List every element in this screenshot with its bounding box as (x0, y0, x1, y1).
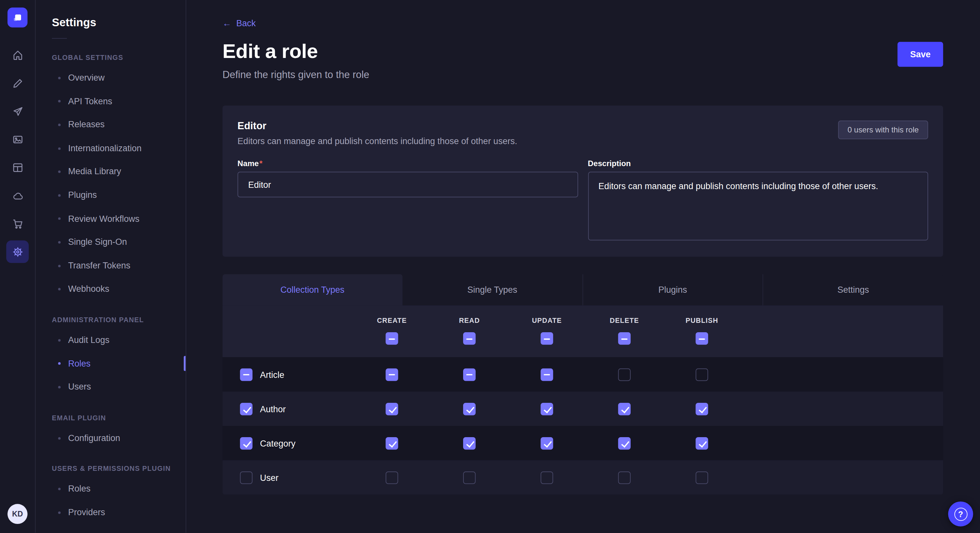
sidebar-item-admin-users[interactable]: Users (52, 375, 186, 399)
tab-plugins[interactable]: Plugins (582, 274, 762, 305)
bullet-icon (58, 194, 60, 197)
user-delete-checkbox[interactable] (618, 471, 631, 484)
sidebar-item-label: Review Workflows (68, 213, 139, 225)
user-publish-checkbox[interactable] (695, 471, 708, 484)
row-select-checkbox[interactable] (240, 437, 253, 449)
column-header-publish: PUBLISH (686, 317, 718, 324)
bullet-icon (58, 288, 60, 290)
permissions-card: Collection Types Single Types Plugins Se… (223, 274, 943, 495)
select-all-create-checkbox[interactable] (386, 332, 398, 345)
tab-single-types[interactable]: Single Types (402, 274, 582, 305)
author-delete-checkbox[interactable] (618, 403, 631, 415)
permission-row-user: User (223, 460, 943, 495)
row-select-checkbox[interactable] (240, 403, 253, 415)
sidebar-item-webhooks[interactable]: Webhooks (52, 278, 186, 301)
article-update-checkbox[interactable] (541, 368, 553, 381)
nav-content-manager-button[interactable] (6, 156, 29, 178)
strapi-logo-button[interactable] (8, 8, 27, 27)
bullet-icon (58, 124, 60, 126)
help-button[interactable]: ? (948, 501, 973, 527)
category-create-checkbox[interactable] (386, 437, 398, 449)
name-label-text: Name (237, 159, 259, 168)
author-read-checkbox[interactable] (463, 403, 476, 415)
article-publish-checkbox[interactable] (695, 368, 708, 381)
category-publish-checkbox[interactable] (695, 437, 708, 449)
name-field-label: Name* (237, 159, 578, 168)
sidebar-item-label: Roles (68, 357, 91, 370)
bullet-icon (58, 437, 60, 439)
sidebar-item-label: Webhooks (68, 283, 109, 295)
sidebar-item-label: Single Sign-On (68, 236, 127, 248)
users-with-role-badge: 0 users with this role (838, 121, 928, 139)
bullet-icon (58, 362, 60, 365)
row-select-checkbox[interactable] (240, 368, 253, 381)
user-create-checkbox[interactable] (386, 471, 398, 484)
save-button[interactable]: Save (898, 42, 943, 67)
select-all-read-checkbox[interactable] (463, 332, 476, 345)
rail-nav (6, 44, 29, 263)
user-read-checkbox[interactable] (463, 471, 476, 484)
page-subtitle: Define the rights given to the role (223, 69, 369, 81)
author-create-checkbox[interactable] (386, 403, 398, 415)
sidebar-item-api-tokens[interactable]: API Tokens (52, 90, 186, 113)
content-type-builder-icon (12, 77, 24, 89)
sidebar-item-admin-roles[interactable]: Roles (52, 352, 186, 376)
sidebar-item-single-sign-on[interactable]: Single Sign-On (52, 230, 186, 254)
user-avatar[interactable]: KD (8, 504, 27, 524)
article-delete-checkbox[interactable] (618, 368, 631, 381)
sidebar-item-up-providers[interactable]: Providers (52, 501, 186, 525)
sidebar-item-up-roles[interactable]: Roles (52, 477, 186, 501)
role-description-input[interactable]: Editors can manage and publish contents … (588, 171, 928, 240)
author-publish-checkbox[interactable] (695, 403, 708, 415)
select-all-delete-checkbox[interactable] (618, 332, 631, 345)
sidebar-item-internationalization[interactable]: Internationalization (52, 136, 186, 160)
role-info-card: Editor Editors can manage and publish co… (223, 106, 943, 257)
sidebar-item-audit-logs[interactable]: Audit Logs (52, 328, 186, 352)
sidebar-item-media-library[interactable]: Media Library (52, 160, 186, 184)
settings-icon (12, 246, 24, 258)
permission-row-category: Category (223, 426, 943, 460)
author-update-checkbox[interactable] (541, 403, 553, 415)
nav-marketplace-button[interactable] (6, 213, 29, 235)
category-delete-checkbox[interactable] (618, 437, 631, 449)
nav-media-library-button[interactable] (6, 128, 29, 150)
select-all-update-checkbox[interactable] (541, 332, 553, 345)
nav-settings-button[interactable] (6, 240, 29, 263)
nav-home-button[interactable] (6, 44, 29, 66)
category-update-checkbox[interactable] (541, 437, 553, 449)
arrow-left-icon: ← (223, 18, 231, 28)
row-select-checkbox[interactable] (240, 471, 253, 484)
user-update-checkbox[interactable] (541, 471, 553, 484)
role-name-heading: Editor (237, 121, 517, 132)
page-title: Edit a role (223, 40, 369, 63)
nav-content-type-builder-button[interactable] (6, 72, 29, 94)
sidebar-item-email-configuration[interactable]: Configuration (52, 427, 186, 450)
tab-collection-types[interactable]: Collection Types (223, 274, 402, 305)
role-name-input[interactable] (237, 171, 578, 197)
select-all-publish-checkbox[interactable] (695, 332, 708, 345)
sidebar-item-label: API Tokens (68, 95, 112, 108)
tab-settings[interactable]: Settings (762, 274, 943, 305)
nav-strapi-cloud-button[interactable] (6, 184, 29, 206)
bullet-icon (58, 77, 60, 79)
permission-row-article: Article (223, 357, 943, 392)
bullet-icon (58, 386, 60, 389)
sidebar-item-review-workflows[interactable]: Review Workflows (52, 207, 186, 230)
permission-row-label: Article (260, 370, 284, 379)
bullet-icon (58, 265, 60, 267)
sidebar-item-transfer-tokens[interactable]: Transfer Tokens (52, 254, 186, 278)
section-label-email-plugin: EMAIL PLUGIN (52, 414, 186, 421)
sidebar-item-releases[interactable]: Releases (52, 113, 186, 136)
back-link[interactable]: ← Back (223, 18, 256, 28)
article-read-checkbox[interactable] (463, 368, 476, 381)
category-read-checkbox[interactable] (463, 437, 476, 449)
permission-row-label: Author (260, 404, 286, 414)
article-create-checkbox[interactable] (386, 368, 398, 381)
nav-deploy-button[interactable] (6, 100, 29, 122)
sidebar-item-overview[interactable]: Overview (52, 66, 186, 90)
permission-row-label: Category (260, 438, 296, 448)
sidebar-item-plugins[interactable]: Plugins (52, 184, 186, 207)
sidebar-item-label: Configuration (68, 432, 120, 444)
settings-sidebar: Settings GLOBAL SETTINGS Overview API To… (36, 0, 186, 533)
question-icon: ? (954, 508, 967, 521)
